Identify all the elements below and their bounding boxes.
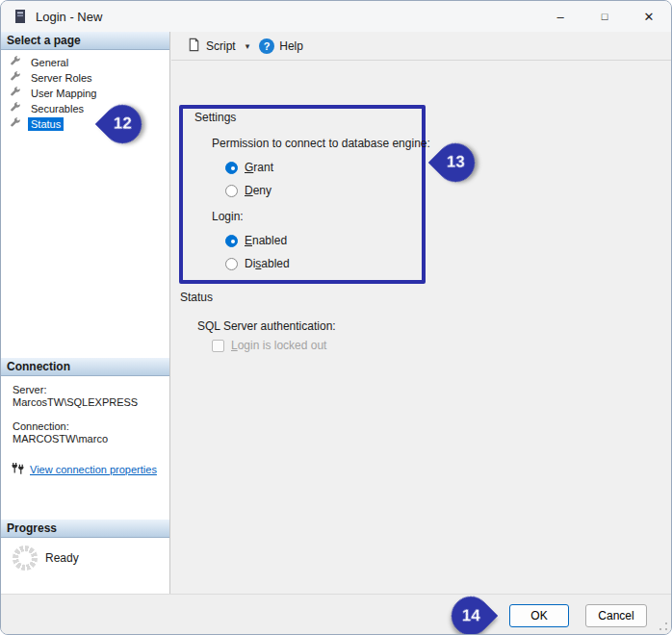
sidebar-item-securables[interactable]: Securables bbox=[1, 101, 169, 116]
progress-body: Ready bbox=[1, 538, 169, 571]
connection-header: Connection bbox=[1, 358, 169, 376]
sidebar-item-general[interactable]: General bbox=[1, 55, 169, 70]
disabled-radio[interactable] bbox=[225, 258, 238, 270]
window-title: Login - New bbox=[36, 10, 102, 24]
enabled-radio-option[interactable]: Enabled bbox=[225, 233, 287, 248]
help-label: Help bbox=[279, 39, 303, 53]
progress-spinner-icon bbox=[13, 546, 38, 571]
login-locked-out-checkbox bbox=[212, 340, 224, 352]
progress-section: Progress Ready bbox=[1, 520, 169, 571]
cancel-button[interactable]: Cancel bbox=[585, 604, 647, 627]
sidebar-item-label: Securables bbox=[28, 102, 87, 115]
select-a-page-header: Select a page bbox=[1, 32, 169, 50]
view-connection-properties-row: View connection properties bbox=[11, 461, 169, 478]
sidebar-item-label-selected: Status bbox=[28, 117, 64, 131]
progress-status: Ready bbox=[45, 551, 79, 565]
page-list: General Server Roles User Mapping Secura… bbox=[1, 55, 169, 132]
wrench-icon bbox=[10, 87, 21, 100]
connection-value: MARCOSTW\marco bbox=[13, 433, 169, 445]
login-locked-out-label: Login is locked out bbox=[231, 339, 326, 352]
footer-bar: OK Cancel bbox=[1, 594, 671, 634]
wrench-icon bbox=[10, 71, 21, 85]
wrench-icon bbox=[10, 102, 21, 115]
login-new-dialog: Login - New – □ ✕ Select a page General … bbox=[0, 0, 672, 635]
sidebar-item-label: User Mapping bbox=[28, 87, 99, 100]
select-a-page-section: Select a page General Server Roles User … bbox=[1, 32, 169, 132]
title-bar: Login - New – □ ✕ bbox=[1, 1, 671, 32]
dialog-toolbar: Script ▾ ? Help bbox=[171, 32, 671, 61]
connection-properties-icon bbox=[11, 461, 25, 478]
server-value: MarcosTW\SQLEXPRESS bbox=[13, 396, 169, 409]
connection-label: Connection: bbox=[13, 420, 169, 433]
view-connection-properties-link[interactable]: View connection properties bbox=[30, 464, 157, 476]
login-label: Login: bbox=[212, 210, 244, 223]
login-locked-out-option: Login is locked out bbox=[212, 338, 326, 353]
disabled-radio-option[interactable]: Disabled bbox=[225, 256, 290, 271]
status-group-header: Status bbox=[180, 291, 213, 304]
grant-radio[interactable] bbox=[225, 162, 238, 174]
deny-label: Deny bbox=[245, 184, 271, 197]
callout-number: 12 bbox=[114, 114, 132, 134]
sidebar-item-status[interactable]: Status bbox=[1, 116, 169, 132]
connection-body: Server: MarcosTW\SQLEXPRESS Connection: … bbox=[1, 376, 169, 478]
callout-number: 14 bbox=[462, 606, 480, 625]
server-app-icon bbox=[14, 9, 26, 24]
deny-radio[interactable] bbox=[225, 185, 238, 197]
window-controls: – □ ✕ bbox=[538, 1, 671, 32]
callout-number: 13 bbox=[447, 153, 465, 172]
disabled-label: Disabled bbox=[245, 257, 290, 270]
sidebar: Select a page General Server Roles User … bbox=[1, 32, 170, 594]
help-button[interactable]: ? Help bbox=[253, 36, 309, 57]
sql-auth-label: SQL Server authentication: bbox=[197, 319, 336, 333]
connection-section: Connection Server: MarcosTW\SQLEXPRESS C… bbox=[1, 358, 169, 478]
progress-header: Progress bbox=[1, 520, 169, 538]
script-dropdown-icon[interactable]: ▾ bbox=[242, 38, 254, 54]
annotation-highlight-rectangle bbox=[179, 105, 426, 284]
permission-label: Permission to connect to database engine… bbox=[212, 137, 430, 150]
wrench-icon bbox=[10, 117, 21, 131]
server-label: Server: bbox=[13, 384, 169, 396]
sidebar-item-label: Server Roles bbox=[28, 71, 95, 85]
deny-radio-option[interactable]: Deny bbox=[225, 183, 271, 198]
resize-grip[interactable] bbox=[659, 622, 668, 631]
sidebar-item-server-roles[interactable]: Server Roles bbox=[1, 70, 169, 86]
script-button[interactable]: Script bbox=[181, 35, 242, 58]
main-content: Settings Permission to connect to databa… bbox=[171, 61, 671, 594]
maximize-button[interactable]: □ bbox=[582, 1, 627, 32]
grant-radio-option[interactable]: Grant bbox=[225, 160, 273, 175]
settings-group-header: Settings bbox=[194, 111, 236, 124]
minimize-button[interactable]: – bbox=[538, 1, 582, 32]
script-label: Script bbox=[206, 39, 236, 53]
script-icon bbox=[187, 38, 201, 55]
wrench-icon bbox=[10, 56, 21, 69]
help-icon: ? bbox=[259, 38, 274, 54]
enabled-radio[interactable] bbox=[225, 235, 238, 247]
enabled-label: Enabled bbox=[245, 234, 287, 247]
sidebar-item-user-mapping[interactable]: User Mapping bbox=[1, 86, 169, 101]
sidebar-item-label: General bbox=[28, 56, 71, 69]
ok-button[interactable]: OK bbox=[509, 604, 569, 627]
close-button[interactable]: ✕ bbox=[627, 1, 671, 32]
grant-label: Grant bbox=[245, 161, 273, 174]
